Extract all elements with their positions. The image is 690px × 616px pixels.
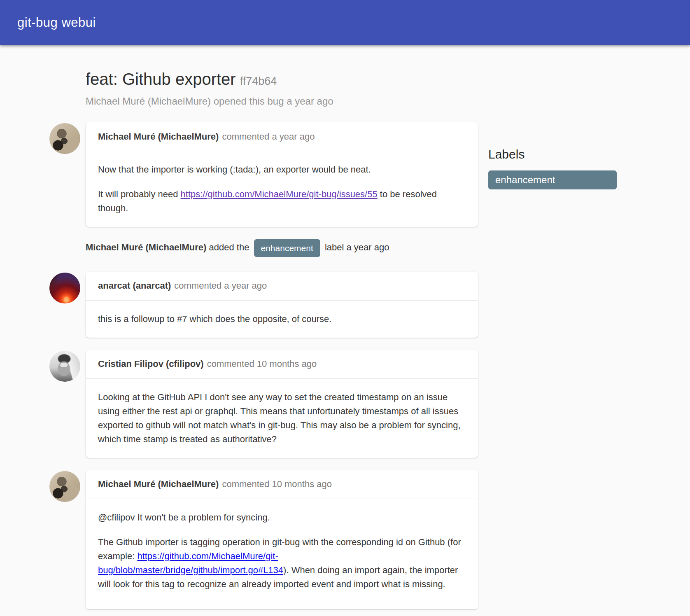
comment-body: Now that the importer is working (:tada:… [86, 151, 478, 227]
comment-header: Michael Muré (MichaelMure) commented 10 … [86, 470, 478, 499]
app-bar: git-bug webui [0, 0, 690, 45]
timeline-column: feat: Github exporterff74b64 Michael Mur… [0, 68, 478, 609]
comment-header: anarcat (anarcat) commented a year ago [86, 272, 478, 301]
comment-card: anarcat (anarcat) commented a year ago t… [86, 272, 478, 338]
event-text: label a year ago [325, 242, 389, 252]
bug-page: feat: Github exporterff74b64 Michael Mur… [0, 68, 690, 609]
comment-meta: commented 10 months ago [222, 479, 332, 490]
labels-panel: Labels enhancement [488, 147, 617, 189]
comment-paragraph: Now that the importer is working (:tada:… [98, 163, 466, 177]
comment-paragraph: this is a followup to #7 which does the … [98, 312, 466, 326]
comment-meta: commented 10 months ago [207, 359, 317, 369]
event-text: added the [209, 242, 249, 252]
comment-header: Cristian Filipov (cfilipov) commented 10… [86, 350, 478, 379]
event-author: Michael Muré (MichaelMure) [86, 242, 206, 252]
bug-opened-line: Michael Muré (MichaelMure) opened this b… [86, 95, 478, 107]
comment-body: this is a followup to #7 which does the … [86, 301, 478, 338]
comment-paragraph: It will probably need https://github.com… [98, 187, 466, 215]
comment-body: @cfilipov It won't be a problem for sync… [86, 499, 478, 609]
comment-paragraph: @cfilipov It won't be a problem for sync… [98, 511, 466, 525]
avatar-michaelmure [49, 123, 80, 154]
bug-hash: ff74b64 [240, 75, 277, 87]
app-title[interactable]: git-bug webui [17, 15, 96, 30]
bug-header: feat: Github exporterff74b64 Michael Mur… [86, 68, 478, 107]
comment-paragraph: Looking at the GitHub API I don't see an… [98, 390, 466, 446]
paragraph-text: It will probably need [98, 189, 181, 199]
comment-row: Michael Muré (MichaelMure) commented a y… [49, 122, 478, 227]
avatar-anarcat [49, 273, 80, 303]
comment-row: anarcat (anarcat) commented a year ago t… [49, 272, 478, 338]
label-added-event: Michael Muré (MichaelMure) added the enh… [86, 238, 478, 257]
enhancement-label-chip: enhancement [488, 170, 617, 189]
labels-heading: Labels [488, 147, 617, 161]
comment-header: Michael Muré (MichaelMure) commented a y… [86, 122, 478, 151]
comment-card: Cristian Filipov (cfilipov) commented 10… [86, 350, 478, 458]
comment-author: anarcat (anarcat) [98, 280, 171, 291]
avatar-michaelmure [49, 471, 80, 502]
bug-title-line: feat: Github exporterff74b64 [86, 68, 478, 92]
comment-paragraph: The Github importer is tagging operation… [98, 535, 466, 591]
enhancement-label-chip: enhancement [254, 239, 320, 257]
comment-author: Michael Muré (MichaelMure) [98, 479, 219, 490]
comment-body: Looking at the GitHub API I don't see an… [86, 379, 478, 458]
comment-meta: commented a year ago [174, 280, 267, 291]
comment-card: Michael Muré (MichaelMure) commented 10 … [86, 470, 478, 609]
comment-row: Michael Muré (MichaelMure) commented 10 … [49, 470, 478, 609]
bug-title: feat: Github exporter [86, 70, 236, 88]
comment-row: Cristian Filipov (cfilipov) commented 10… [49, 350, 478, 458]
comment-author: Cristian Filipov (cfilipov) [98, 359, 204, 369]
comment-meta: commented a year ago [222, 131, 315, 142]
avatar-cfilipov [49, 351, 80, 382]
comment-author: Michael Muré (MichaelMure) [98, 131, 219, 142]
comment-card: Michael Muré (MichaelMure) commented a y… [86, 122, 478, 227]
issue-55-link[interactable]: https://github.com/MichaelMure/git-bug/i… [181, 189, 378, 199]
